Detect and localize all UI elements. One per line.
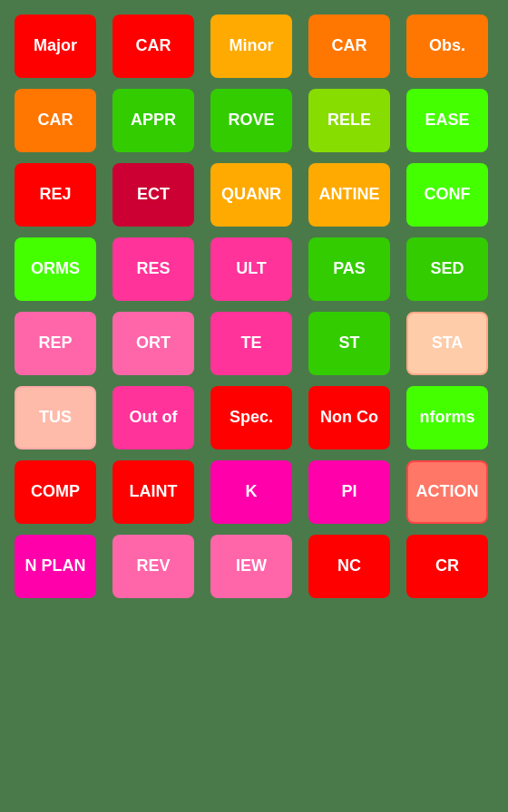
badge-12[interactable]: QUANR [210, 163, 292, 227]
badge-38[interactable]: NC [308, 535, 390, 598]
badge-21[interactable]: ORT [112, 312, 194, 375]
badge-20[interactable]: REP [15, 312, 96, 375]
badge-30[interactable]: COMP [15, 460, 96, 524]
badge-31[interactable]: LAINT [112, 460, 194, 524]
badge-2[interactable]: Minor [210, 14, 292, 78]
badge-25[interactable]: TUS [15, 386, 96, 450]
badge-3[interactable]: CAR [308, 14, 390, 78]
badge-19[interactable]: SED [406, 237, 488, 301]
badge-14[interactable]: CONF [406, 163, 488, 227]
badge-22[interactable]: TE [210, 312, 292, 375]
badge-28[interactable]: Non Co [308, 386, 390, 450]
badge-27[interactable]: Spec. [210, 386, 292, 450]
badge-1[interactable]: CAR [112, 14, 194, 78]
badge-18[interactable]: PAS [308, 237, 390, 301]
badge-7[interactable]: ROVE [210, 89, 292, 152]
badge-23[interactable]: ST [308, 312, 390, 375]
badge-26[interactable]: Out of [112, 386, 194, 450]
badge-24[interactable]: STA [406, 312, 488, 375]
badge-11[interactable]: ECT [112, 163, 194, 227]
badge-36[interactable]: REV [112, 535, 194, 598]
badge-33[interactable]: PI [308, 460, 390, 524]
badge-13[interactable]: ANTINE [308, 163, 390, 227]
badge-9[interactable]: EASE [406, 89, 488, 152]
badge-29[interactable]: nforms [406, 386, 488, 450]
badge-0[interactable]: Major [15, 14, 96, 78]
badge-5[interactable]: CAR [15, 89, 96, 152]
badge-4[interactable]: Obs. [406, 14, 488, 78]
badge-34[interactable]: ACTION [406, 460, 488, 524]
badge-16[interactable]: RES [112, 237, 194, 301]
badge-17[interactable]: ULT [210, 237, 292, 301]
badge-35[interactable]: N PLAN [15, 535, 96, 598]
badge-39[interactable]: CR [406, 535, 488, 598]
badge-15[interactable]: ORMS [15, 237, 96, 301]
badge-37[interactable]: IEW [210, 535, 292, 598]
badge-32[interactable]: K [210, 460, 292, 524]
badge-6[interactable]: APPR [112, 89, 194, 152]
badge-8[interactable]: RELE [308, 89, 390, 152]
badge-grid: MajorCARMinorCARObs.CARAPPRROVERELEEASER… [0, 0, 508, 613]
badge-10[interactable]: REJ [15, 163, 96, 227]
